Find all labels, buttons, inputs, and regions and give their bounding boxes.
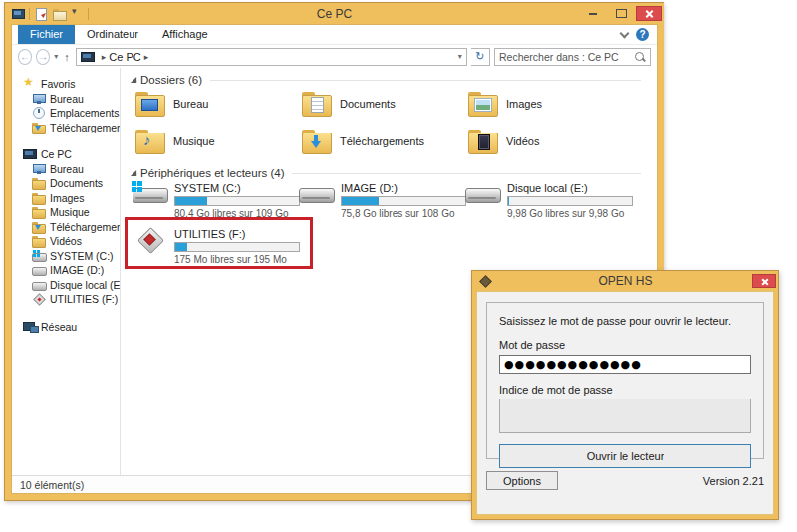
folder-tile-telechargements[interactable]: Téléchargements: [301, 128, 460, 154]
breadcrumb-chevron-icon: ▸: [102, 52, 107, 62]
window-title: Ce PC: [5, 7, 664, 21]
sidebar-item-label: Musique: [50, 206, 90, 218]
sidebar-item-bureau[interactable]: Bureau: [12, 92, 120, 107]
up-button[interactable]: ↑: [62, 51, 72, 63]
customize-toolbar-chevron-icon[interactable]: [70, 7, 84, 20]
folder-tile-images[interactable]: Images: [467, 90, 627, 117]
folder-label: Téléchargements: [340, 135, 424, 147]
collapse-triangle-icon[interactable]: [131, 170, 136, 176]
windows-logo-icon: [132, 181, 143, 193]
version-label: Version 2.21: [703, 475, 764, 487]
password-input[interactable]: [499, 355, 751, 374]
close-button[interactable]: [636, 6, 662, 21]
group-header-line: [210, 80, 641, 81]
sidebar-item-musique[interactable]: Musique: [12, 205, 120, 220]
sidebar-item-images[interactable]: Images: [12, 191, 120, 206]
sidebar-item-telechargements[interactable]: Téléchargements: [12, 121, 120, 135]
hint-label: Indice de mot de passe: [499, 384, 751, 396]
tab-fichier[interactable]: Fichier: [18, 25, 75, 44]
hint-box: [499, 399, 751, 433]
drive-usage-bar: [507, 196, 633, 206]
sidebar-group-ce-pc[interactable]: Ce PC: [12, 147, 120, 162]
sidebar-item-documents[interactable]: Documents: [12, 176, 120, 191]
hard-drive-icon: [32, 279, 46, 291]
drive-tile-system-c[interactable]: SYSTEM (C:) 80,4 Go libres sur 109 Go: [131, 181, 295, 219]
open-hs-dialog: OPEN HS Saisissez le mot de passe pour o…: [471, 270, 779, 520]
dialog-title: OPEN HS: [472, 274, 778, 288]
sidebar-item-disque-local-e[interactable]: Disque local (E:): [12, 278, 120, 293]
app-diamond-icon: [478, 275, 492, 287]
desktop-icon: [32, 163, 46, 175]
sidebar-item-utilities-f[interactable]: UTILITIES (F:): [12, 292, 120, 307]
group-header-line: [292, 173, 641, 174]
collapse-triangle-icon[interactable]: [131, 77, 136, 83]
system-drive-icon: [131, 181, 170, 209]
folder-tile-videos[interactable]: Vidéos: [467, 128, 627, 154]
music-folder-icon: [32, 206, 46, 218]
folder-tile-documents[interactable]: Documents: [301, 90, 460, 117]
password-label: Mot de passe: [499, 339, 751, 351]
tab-ordinateur[interactable]: Ordinateur: [75, 25, 150, 44]
refresh-button[interactable]: ↻: [471, 48, 490, 66]
navigation-bar: ← → ▾ ↑ ▸ Ce PC ▸ ▾ ↻: [12, 45, 657, 68]
sidebar-item-emplacements-recents[interactable]: Emplacements récents: [12, 106, 120, 121]
drive-tile-image-d[interactable]: IMAGE (D:) 75,8 Go libres sur 108 Go: [297, 181, 461, 219]
tab-affichage[interactable]: Affichage: [150, 25, 220, 44]
sidebar-item-bureau[interactable]: Bureau: [12, 162, 120, 177]
sidebar-item-label: Téléchargements: [50, 221, 120, 233]
folder-tile-bureau[interactable]: Bureau: [134, 90, 294, 117]
hard-drive-icon: [297, 181, 337, 209]
properties-icon[interactable]: [34, 7, 48, 20]
dialog-titlebar[interactable]: OPEN HS: [472, 271, 778, 291]
sidebar-item-label: Bureau: [50, 163, 84, 175]
dialog-body: Saisissez le mot de passe pour ouvrir le…: [476, 291, 774, 515]
ribbon-right-controls: ?: [621, 25, 657, 44]
minimize-button[interactable]: [580, 6, 606, 21]
hard-drive-icon: [463, 181, 503, 209]
search-icon: [634, 51, 646, 63]
password-groupbox: Saisissez le mot de passe pour ouvrir le…: [486, 302, 764, 459]
system-drive-icon: [32, 250, 46, 262]
dialog-close-button[interactable]: [752, 274, 776, 288]
dialog-bottom-row: Options Version 2.21: [486, 471, 764, 490]
breadcrumb[interactable]: Ce PC: [109, 51, 140, 63]
desktop-icon: [32, 93, 46, 105]
folders-group-header[interactable]: Dossiers (6): [129, 74, 641, 86]
star-icon: [23, 78, 37, 90]
history-dropdown-icon[interactable]: ▾: [54, 52, 58, 61]
sidebar-group-reseau[interactable]: Réseau: [12, 320, 120, 335]
folder-label: Vidéos: [506, 135, 539, 147]
sidebar-item-image-d[interactable]: IMAGE (D:): [12, 263, 120, 278]
new-folder-icon[interactable]: [52, 7, 66, 20]
sidebar-group-favoris[interactable]: Favoris: [12, 77, 120, 92]
sidebar-group-label: Ce PC: [41, 148, 72, 160]
videos-folder-icon: [32, 235, 46, 247]
forward-button[interactable]: →: [36, 49, 50, 65]
toolbar-separator: [88, 8, 89, 20]
sidebar-item-system-c[interactable]: SYSTEM (C:): [12, 249, 120, 264]
sidebar-item-label: Disque local (E:): [50, 279, 120, 291]
search-input[interactable]: [499, 51, 634, 63]
sidebar-item-telechargements[interactable]: Téléchargements: [12, 220, 120, 235]
sidebar-item-videos[interactable]: Vidéos: [12, 234, 120, 249]
breadcrumb-chevron-icon[interactable]: ▸: [144, 52, 149, 62]
open-drive-button[interactable]: Ouvrir le lecteur: [499, 444, 751, 468]
search-box[interactable]: [494, 48, 651, 66]
back-button[interactable]: ←: [18, 49, 32, 65]
downloads-icon: [32, 221, 46, 233]
help-icon[interactable]: ?: [636, 28, 649, 41]
drive-free-space: 9,98 Go libres sur 9,98 Go: [507, 208, 633, 219]
folder-label: Images: [506, 98, 542, 110]
address-dropdown-icon[interactable]: ▾: [458, 52, 462, 61]
explorer-titlebar[interactable]: Ce PC: [5, 3, 664, 24]
options-button[interactable]: Options: [486, 471, 558, 490]
address-bar[interactable]: ▸ Ce PC ▸ ▾: [76, 48, 467, 66]
sidebar-item-label: Téléchargements: [50, 122, 120, 133]
folder-tile-musique[interactable]: ♪ Musique: [134, 128, 294, 154]
expand-ribbon-chevron-icon[interactable]: [620, 28, 630, 38]
navigation-pane: Favoris Bureau Emplacements récents: [12, 68, 121, 475]
drive-name: SYSTEM (C:): [174, 182, 300, 194]
drives-group-header[interactable]: Périphériques et lecteurs (4): [129, 167, 641, 179]
maximize-button[interactable]: [608, 6, 634, 21]
drive-tile-disque-local-e[interactable]: Disque local (E:) 9,98 Go libres sur 9,9…: [463, 181, 628, 219]
